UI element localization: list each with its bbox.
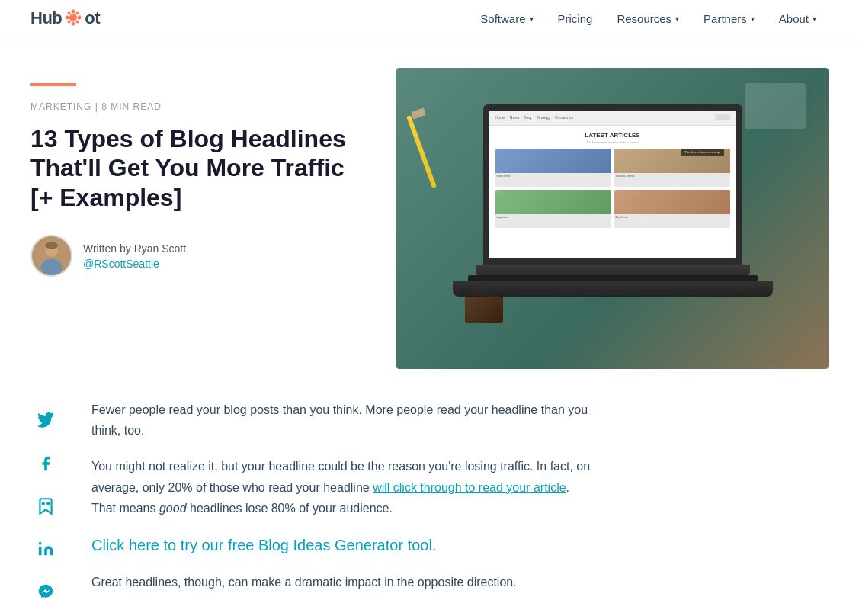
article-category: MARKETING | 8 MIN READ — [30, 101, 366, 112]
svg-point-11 — [41, 259, 63, 276]
pencil-decoration — [406, 115, 437, 188]
screen-card-img-1 — [495, 149, 611, 173]
hero-image-container: Home News Blog Strategy Contact us LATES… — [396, 68, 829, 369]
nav-pricing[interactable]: Pricing — [546, 0, 605, 37]
avatar — [30, 235, 72, 277]
linkedin-icon — [37, 541, 54, 557]
logo-text: Hub — [30, 8, 62, 28]
svg-point-0 — [69, 14, 77, 21]
linkedin-share-button[interactable] — [32, 535, 59, 563]
laptop-bottom — [453, 281, 773, 297]
about-chevron-icon: ▾ — [813, 14, 816, 23]
facebook-icon — [37, 455, 54, 472]
svg-point-5 — [68, 12, 71, 15]
logo[interactable]: Hub ot — [30, 8, 100, 29]
laptop-screen: Home News Blog Strategy Contact us LATES… — [483, 104, 742, 265]
article-paragraph-1: Fewer people read your blog posts than y… — [91, 399, 595, 441]
nav-menu: Software ▾ Pricing Resources ▾ Partners … — [468, 0, 829, 37]
resources-chevron-icon: ▾ — [675, 14, 679, 23]
partners-chevron-icon: ▾ — [751, 14, 755, 23]
hero-section: MARKETING | 8 MIN READ 13 Types of Blog … — [0, 37, 859, 369]
screen-grid: News Feed Success Stories Trend in entre… — [495, 149, 730, 228]
laptop-hinge — [468, 275, 758, 281]
author-written-by: Written by Ryan Scott — [83, 242, 186, 255]
article-title: 13 Types of Blog Headlines That'll Get Y… — [30, 124, 351, 212]
svg-point-1 — [72, 10, 75, 14]
article-paragraph-2: You might not realize it, but your headl… — [91, 456, 595, 518]
messenger-icon — [37, 583, 54, 600]
nav-software[interactable]: Software ▾ — [468, 0, 545, 37]
screen-card-text-4: Blog Posts — [614, 214, 730, 220]
screen-card-text-1: News Feed — [495, 173, 611, 179]
twitter-icon — [37, 412, 54, 429]
twitter-share-button[interactable] — [32, 407, 59, 435]
social-sidebar — [30, 399, 61, 608]
laptop-base — [476, 265, 750, 275]
screen-nav-items: Home News Blog Strategy Contact us — [495, 115, 573, 120]
screen-title: LATEST ARTICLES — [495, 132, 730, 139]
nav-about[interactable]: About ▾ — [767, 0, 829, 37]
screen-trend-overlay: Trend in entrepreneurship — [681, 149, 724, 156]
screen-card-3: Inspiration — [495, 190, 611, 228]
software-chevron-icon: ▾ — [530, 14, 534, 23]
hero-content: MARKETING | 8 MIN READ 13 Types of Blog … — [30, 68, 366, 277]
screen-card-img-4 — [614, 190, 730, 214]
author-section: Written by Ryan Scott @RScottSeattle — [30, 235, 366, 277]
article-content: Fewer people read your blog posts than y… — [76, 399, 595, 608]
hero-image: Home News Blog Strategy Contact us LATES… — [396, 68, 829, 369]
svg-point-2 — [72, 22, 75, 26]
laptop-mockup: Home News Blog Strategy Contact us LATES… — [453, 104, 773, 333]
author-twitter-link[interactable]: @RScottSeattle — [83, 258, 186, 270]
screen-card-4: Blog Posts — [614, 190, 730, 228]
article-cta-link[interactable]: Click here to try our free Blog Ideas Ge… — [91, 534, 595, 557]
screen-card-1: News Feed — [495, 149, 611, 187]
screen-search-bar — [715, 114, 730, 120]
screen-subtitle: The latest news and trends in business — [495, 140, 730, 144]
logo-sprocket-icon — [63, 7, 84, 28]
article-click-link[interactable]: will click through to read your article — [373, 481, 566, 494]
svg-point-7 — [68, 21, 71, 24]
svg-point-14 — [42, 502, 45, 505]
svg-point-3 — [66, 16, 69, 20]
screen-card-2: Success Stories Trend in entrepreneurshi… — [614, 149, 730, 187]
screen-card-text-2: Success Stories — [614, 173, 730, 179]
article-italic-text: good — [159, 502, 187, 515]
save-button[interactable] — [32, 492, 59, 520]
messenger-share-button[interactable] — [32, 578, 59, 605]
accent-bar — [30, 83, 76, 86]
screen-nav-bar: Home News Blog Strategy Contact us — [489, 111, 736, 126]
screen-content: LATEST ARTICLES The latest news and tren… — [489, 126, 736, 234]
nav-resources[interactable]: Resources ▾ — [604, 0, 691, 37]
svg-point-13 — [46, 502, 50, 505]
svg-point-8 — [76, 21, 79, 24]
save-icon — [36, 496, 56, 516]
svg-point-4 — [78, 16, 82, 20]
eraser-decoration — [411, 107, 426, 120]
facebook-share-button[interactable] — [32, 450, 59, 477]
screen-card-img-3 — [495, 190, 611, 214]
svg-point-15 — [39, 542, 42, 545]
screen-articles-grid: SHARE News Feed Success Stories Trend in… — [495, 149, 730, 228]
nav-partners[interactable]: Partners ▾ — [691, 0, 767, 37]
article-body: Fewer people read your blog posts than y… — [0, 369, 859, 608]
article-paragraph-3: Great headlines, though, can make a dram… — [91, 572, 595, 592]
screen-card-text-3: Inspiration — [495, 214, 611, 220]
svg-point-6 — [76, 12, 79, 15]
avatar-image — [32, 235, 71, 277]
logo-text-2: ot — [85, 8, 100, 28]
main-nav: Hub ot Software ▾ Pricing Resources ▾ Pa — [0, 0, 859, 37]
author-info: Written by Ryan Scott @RScottSeattle — [83, 242, 186, 270]
svg-point-12 — [45, 242, 58, 249]
